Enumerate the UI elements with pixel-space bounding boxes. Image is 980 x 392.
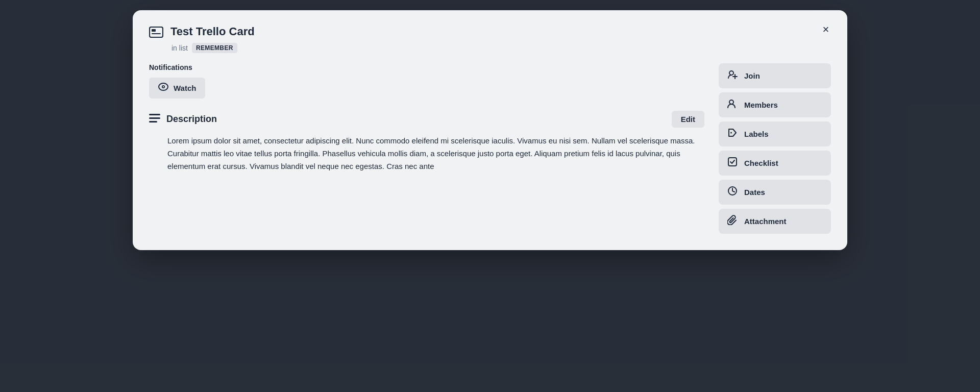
edit-button[interactable]: Edit — [672, 111, 704, 128]
svg-point-12 — [729, 100, 733, 104]
dates-label: Dates — [744, 188, 765, 197]
notifications-section: Notifications Watch — [149, 63, 704, 99]
description-icon — [149, 114, 160, 125]
modal-header: Test Trello Card — [149, 24, 831, 40]
svg-rect-14 — [728, 158, 737, 166]
card-title: Test Trello Card — [170, 24, 255, 39]
card-type-icon — [149, 27, 163, 40]
in-list-label: in list — [172, 44, 188, 52]
close-button[interactable]: × — [817, 20, 835, 39]
description-text: Lorem ipsum dolor sit amet, consectetur … — [167, 135, 704, 173]
modal-body: Notifications Watch — [149, 63, 831, 234]
attachment-icon — [727, 215, 738, 228]
labels-icon — [727, 128, 738, 140]
svg-rect-2 — [152, 33, 161, 34]
svg-point-13 — [730, 132, 732, 134]
checklist-label: Checklist — [744, 159, 778, 167]
sidebar: Join Members — [719, 63, 831, 234]
modal-overlay: × Test Trello Card in list REMEMBER — [0, 0, 980, 392]
in-list-row: in list REMEMBER — [172, 43, 831, 53]
join-icon — [727, 69, 738, 82]
dates-button[interactable]: Dates — [719, 180, 831, 205]
dates-icon — [727, 186, 738, 199]
card-modal: × Test Trello Card in list REMEMBER — [133, 10, 847, 250]
labels-label: Labels — [744, 130, 769, 138]
notifications-header: Notifications — [149, 63, 704, 71]
svg-rect-6 — [149, 114, 160, 115]
checklist-icon — [727, 157, 738, 169]
members-label: Members — [744, 101, 778, 109]
watch-button[interactable]: Watch — [149, 78, 205, 99]
svg-point-5 — [163, 86, 164, 87]
notifications-title: Notifications — [149, 63, 192, 71]
desc-title-group: Description — [149, 114, 217, 125]
labels-button[interactable]: Labels — [719, 121, 831, 146]
attachment-label: Attachment — [744, 217, 787, 226]
svg-point-9 — [729, 71, 733, 75]
join-button[interactable]: Join — [719, 63, 831, 88]
checklist-button[interactable]: Checklist — [719, 151, 831, 176]
members-icon — [727, 99, 738, 111]
description-section: Description Edit Lorem ipsum dolor sit a… — [149, 111, 704, 173]
close-icon: × — [823, 23, 829, 36]
members-button[interactable]: Members — [719, 92, 831, 117]
svg-rect-8 — [149, 121, 157, 122]
join-label: Join — [744, 71, 760, 80]
main-content: Notifications Watch — [149, 63, 704, 234]
watch-label: Watch — [174, 84, 196, 92]
description-title: Description — [166, 114, 217, 125]
watch-eye-icon — [158, 83, 168, 93]
list-badge: REMEMBER — [192, 43, 237, 53]
description-header: Description Edit — [149, 111, 704, 128]
svg-rect-1 — [152, 29, 156, 32]
attachment-button[interactable]: Attachment — [719, 209, 831, 234]
svg-rect-0 — [150, 27, 163, 37]
svg-rect-7 — [149, 117, 160, 119]
